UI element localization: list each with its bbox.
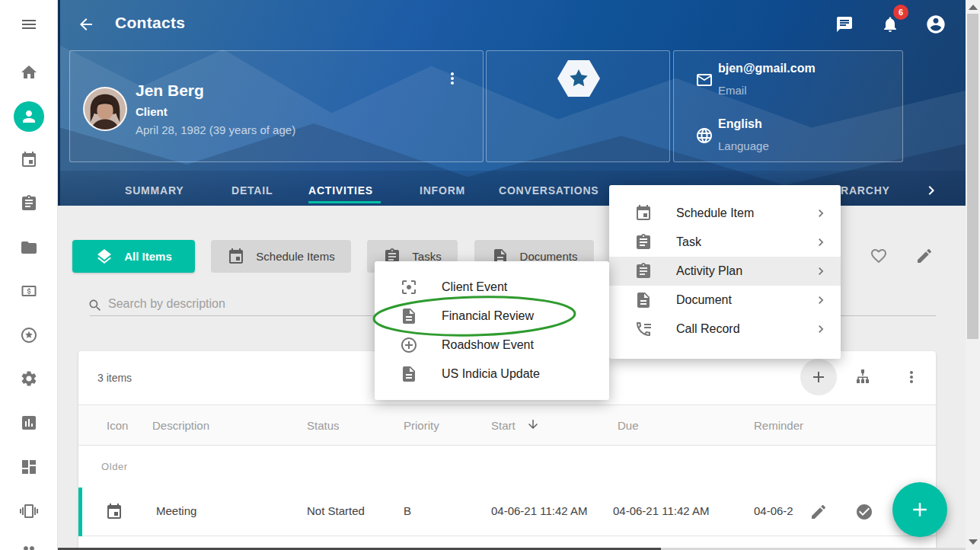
add-item-button[interactable] (800, 359, 837, 395)
row-complete-check-icon[interactable] (855, 503, 873, 521)
cell-priority: B (404, 504, 411, 517)
tab-conversations[interactable]: CONVERSATIONS (499, 184, 599, 197)
notification-badge: 6 (893, 5, 908, 20)
menu-item-label: US Indicia Update (442, 367, 540, 381)
menu-item-financial-review[interactable]: Financial Review (375, 302, 609, 331)
tab-detail[interactable]: DETAIL (231, 184, 273, 197)
hierarchy-view-icon[interactable] (854, 368, 872, 386)
favorite-heart-icon[interactable] (870, 247, 888, 265)
menu-item-call-record[interactable]: Call Record (609, 315, 841, 344)
active-tab-underline (308, 201, 381, 203)
profile-card: Jen Berg Client April 28, 1982 (39 years… (69, 50, 484, 162)
avatar[interactable] (83, 87, 127, 131)
menu-item-document[interactable]: Document (609, 286, 841, 315)
col-reminder[interactable]: Reminder (754, 419, 803, 432)
sidebar-item-settings[interactable] (20, 369, 38, 388)
menu-item-label: Client Event (442, 280, 507, 294)
cell-status: Not Started (307, 504, 365, 517)
scrollbar-thumb[interactable] (967, 14, 978, 339)
schedule-item-calendar-icon (105, 503, 123, 521)
filter-schedule-items-button[interactable]: Schedule Items (211, 240, 351, 273)
col-priority[interactable]: Priority (404, 419, 439, 432)
sidebar-item-tasks[interactable] (20, 194, 38, 213)
clipboard-icon (634, 262, 653, 280)
phone-list-icon (634, 320, 653, 338)
menu-item-schedule-item[interactable]: Schedule Item (609, 199, 841, 228)
contact-info-card: bjen@gmail.com Email English Language (673, 50, 903, 162)
tier-badge-card (486, 50, 670, 162)
filter-schedule-items-label: Schedule Items (256, 250, 334, 263)
tab-hierarchy-truncated[interactable]: RARCHY (841, 184, 890, 197)
row-accent-bar (78, 488, 82, 536)
menu-item-label: Document (676, 293, 732, 307)
scroll-down-icon[interactable] (969, 539, 978, 545)
sidebar-item-reports[interactable] (20, 414, 38, 432)
email-value[interactable]: bjen@gmail.com (718, 62, 816, 75)
new-activity-menu: Schedule Item Task Activity Plan Documen… (609, 185, 841, 359)
chat-icon[interactable] (835, 15, 854, 34)
sidebar-item-favorites[interactable] (20, 326, 38, 344)
sidebar-item-billing[interactable] (20, 282, 38, 300)
plus-circle-icon (400, 336, 418, 354)
submenu-chevron-icon (813, 235, 828, 250)
sidebar-item-contacts[interactable] (14, 101, 44, 132)
layers-icon (95, 248, 113, 266)
col-status[interactable]: Status (307, 419, 340, 432)
filter-all-items-button[interactable]: All Items (72, 240, 195, 273)
page-header: Contacts 6 Jen Berg Client April 28, 198… (58, 0, 966, 206)
back-arrow-icon[interactable] (77, 15, 95, 34)
sidebar-item-mobile[interactable] (20, 502, 38, 520)
page-title: Contacts (115, 14, 185, 32)
hamburger-menu-icon[interactable] (20, 15, 38, 34)
submenu-chevron-icon (813, 321, 828, 337)
table-header-row: Icon Description Status Priority Start D… (78, 405, 936, 446)
sidebar-item-dashboard[interactable] (20, 458, 38, 476)
vertical-scrollbar[interactable] (966, 0, 980, 550)
col-icon[interactable]: Icon (107, 419, 128, 432)
tabs-overflow-chevron-icon[interactable] (922, 181, 940, 200)
star-hexagon-badge-icon (557, 57, 600, 100)
calendar-icon (227, 248, 245, 266)
table-group-row: Older (78, 446, 936, 488)
sidebar (0, 0, 58, 550)
submenu-chevron-icon (813, 293, 828, 308)
document-icon (400, 365, 418, 383)
sidebar-item-calendar[interactable] (20, 151, 38, 169)
sidebar-item-documents[interactable] (20, 238, 38, 257)
table-row[interactable]: Meeting Not Started B 04-06-21 11:42 AM … (78, 488, 936, 536)
cell-due: 04-06-21 11:42 AM (613, 504, 709, 517)
edit-pencil-icon[interactable] (915, 247, 934, 265)
sidebar-item-home[interactable] (20, 63, 38, 82)
menu-item-roadshow-event[interactable]: Roadshow Event (375, 331, 609, 360)
menu-item-label: Activity Plan (676, 264, 742, 278)
menu-item-client-event[interactable]: Client Event (375, 273, 609, 302)
menu-item-activity-plan[interactable]: Activity Plan (609, 257, 841, 286)
tab-inform[interactable]: INFORM (420, 184, 465, 197)
filter-all-items-label: All Items (124, 250, 172, 263)
person-icon (20, 107, 38, 126)
plus-icon (908, 498, 931, 521)
user-avatar-icon[interactable] (925, 14, 946, 35)
sort-descending-icon[interactable] (526, 417, 540, 431)
menu-item-task[interactable]: Task (609, 228, 841, 257)
sidebar-item-people[interactable] (20, 542, 38, 550)
scroll-up-icon[interactable] (969, 5, 978, 10)
cell-reminder: 04-06-2 (754, 504, 796, 517)
menu-item-label: Call Record (676, 322, 740, 336)
col-due[interactable]: Due (618, 419, 639, 432)
document-icon (400, 307, 418, 325)
col-description[interactable]: Description (152, 419, 209, 432)
submenu-chevron-icon (813, 206, 828, 221)
col-start[interactable]: Start (491, 419, 516, 432)
tab-summary[interactable]: SUMMARY (125, 184, 184, 197)
card-kebab-menu-icon[interactable] (443, 69, 461, 88)
tab-activities[interactable]: ACTIVITIES (308, 184, 373, 197)
row-edit-pencil-icon[interactable] (809, 503, 828, 521)
table-kebab-menu-icon[interactable] (902, 368, 921, 386)
menu-item-us-indicia-update[interactable]: US Indicia Update (375, 360, 609, 389)
language-value: English (718, 117, 762, 131)
menu-item-label: Task (676, 235, 701, 249)
contact-name: Jen Berg (136, 82, 204, 100)
add-activity-fab[interactable] (892, 482, 947, 537)
activity-plan-submenu: Client Event Financial Review Roadshow E… (375, 261, 609, 400)
